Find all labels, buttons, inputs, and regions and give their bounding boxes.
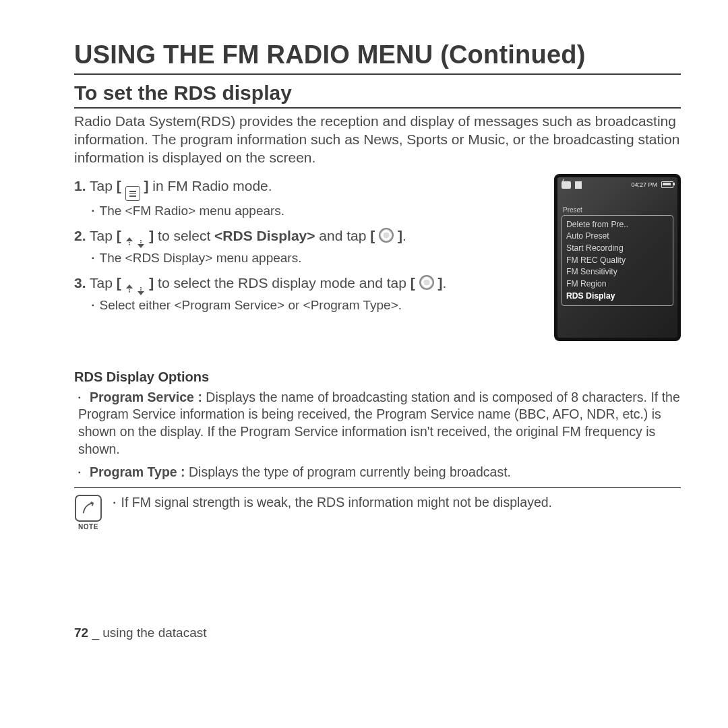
step-text-pre: Tap [90, 178, 117, 193]
note-icon [75, 495, 102, 522]
up-icon [126, 237, 133, 245]
intro-paragraph: Radio Data System(RDS) provides the rece… [74, 113, 681, 167]
step-2-bold: <RDS Display> [214, 228, 315, 243]
note-block: NOTE If FM signal strength is weak, the … [74, 495, 681, 530]
step-number: 2. [74, 228, 86, 243]
step-text-post: in FM Radio mode. [148, 178, 272, 193]
options-list: Program Service : Displays the name of b… [78, 389, 681, 481]
step-3: 3. Tap [ ] to select the RDS display mod… [74, 275, 542, 313]
note-text: If FM signal strength is weak, the RDS i… [113, 495, 552, 510]
step-text-mid: to select [154, 228, 214, 243]
page-title: USING THE FM RADIO MENU (Continued) [74, 40, 681, 75]
battery-icon [661, 181, 673, 188]
note-badge: NOTE [74, 495, 102, 530]
menu-icon [125, 186, 140, 201]
option-ps-label: Program Service : [90, 390, 202, 404]
option-program-type: Program Type : Displays the type of prog… [78, 464, 681, 481]
device-screen: 04:27 PM Preset Iz Delete from Pre..Auto… [554, 174, 681, 341]
step-text-pre: Tap [90, 275, 117, 291]
step-text-mid: to select the RDS display mode and tap [154, 275, 411, 291]
step-2: 2. Tap [ ] to select <RDS Display> and t… [74, 228, 542, 266]
options-title: RDS Display Options [74, 369, 681, 385]
section-title: To set the RDS display [74, 78, 681, 109]
bookmark-icon [575, 181, 582, 189]
select-icon [419, 275, 434, 290]
device-menu: Iz Delete from Pre..Auto PresetStart Rec… [562, 215, 673, 307]
device-menu-item: FM Region [566, 278, 669, 291]
status-time: 04:27 PM [631, 181, 657, 188]
option-pt-label: Program Type : [90, 464, 185, 479]
device-screenshot: 04:27 PM Preset Iz Delete from Pre..Auto… [554, 174, 681, 341]
footer-sep: _ [88, 626, 102, 640]
note-label: NOTE [74, 523, 102, 530]
device-menu-item: Start Recording [566, 243, 669, 255]
device-menu-item: FM Sensitivity [566, 266, 669, 278]
status-bar: 04:27 PM [562, 181, 673, 189]
step-text-mid2: and tap [315, 228, 371, 243]
option-pt-text: Displays the type of program currently b… [185, 464, 511, 479]
step-1-sub: The <FM Radio> menu appears. [92, 204, 542, 218]
radio-icon [562, 181, 571, 189]
step-number: 3. [74, 275, 86, 291]
device-menu-item: Auto Preset [566, 231, 669, 243]
step-number: 1. [74, 178, 86, 193]
page-number: 72 [74, 626, 88, 640]
device-menu-item: FM REC Quality [566, 255, 669, 267]
device-menu-item: RDS Display [566, 291, 669, 303]
option-program-service: Program Service : Displays the name of b… [78, 389, 681, 458]
divider [74, 487, 681, 488]
manual-page: USING THE FM RADIO MENU (Continued) To s… [0, 0, 728, 661]
device-menu-item: Delete from Pre.. [566, 219, 669, 231]
chapter-name: using the datacast [102, 626, 206, 640]
down-icon [138, 240, 144, 248]
down-icon [138, 287, 144, 295]
page-footer: 72 _ using the datacast [74, 626, 206, 640]
instructions-column: 1. Tap [ ] in FM Radio mode. The <FM Rad… [74, 178, 542, 341]
preset-label: Preset [563, 206, 673, 214]
step-2-sub: The <RDS Display> menu appears. [92, 251, 542, 266]
step-1: 1. Tap [ ] in FM Radio mode. The <FM Rad… [74, 178, 542, 219]
step-text-post: . [442, 275, 446, 291]
step-3-sub: Select either <Program Service> or <Prog… [92, 298, 542, 313]
step-text-pre: Tap [90, 228, 117, 243]
select-icon [379, 228, 394, 243]
up-icon [126, 284, 133, 293]
step-text-post: . [402, 228, 406, 243]
step-list: 1. Tap [ ] in FM Radio mode. The <FM Rad… [74, 178, 542, 313]
two-column-layout: 1. Tap [ ] in FM Radio mode. The <FM Rad… [74, 178, 681, 341]
